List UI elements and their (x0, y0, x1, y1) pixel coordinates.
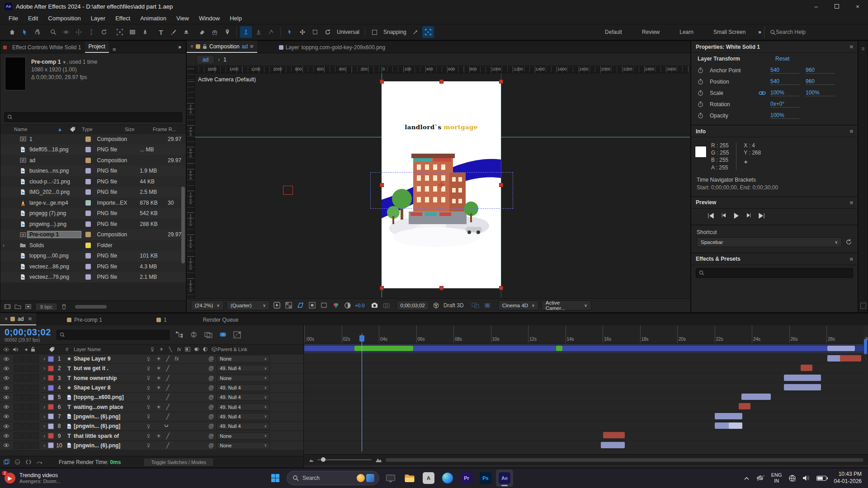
timeline-track-area[interactable]: :00s02s04s06s08s10s12s14s16s18s20s22s24s… (304, 325, 868, 468)
project-item-name[interactable]: vecteez...79.png (28, 274, 81, 280)
expand-icon[interactable]: › (41, 413, 48, 420)
puppet-pin-tool[interactable] (222, 26, 233, 38)
project-column-headers[interactable]: Name ▲ Type Size Frame R... (0, 125, 186, 134)
eye-icon[interactable] (0, 434, 13, 438)
show-snapshot-icon[interactable] (382, 302, 391, 308)
playhead-line[interactable] (362, 333, 362, 451)
taskbar-task-view[interactable] (382, 469, 399, 487)
layer-name[interactable]: [pngwin... (6).png] (74, 413, 146, 420)
project-item-name[interactable]: 9deff05...18.png (28, 146, 81, 153)
timeline-tab-pre-comp-1[interactable]: Pre-comp 1 (62, 314, 107, 325)
preview-first-frame-button[interactable] (708, 212, 714, 219)
layer-row[interactable]: ›9Tthat little spark of☀╱@None∨ (0, 431, 303, 441)
taskbar-photoshop[interactable]: Ps (477, 469, 494, 487)
reset-shortcut-icon[interactable] (845, 239, 852, 245)
shy-icon[interactable] (14, 459, 21, 465)
track-row[interactable] (304, 363, 863, 373)
offscreen-layer-box[interactable] (283, 186, 293, 195)
current-time-display[interactable]: 0;00;03;02 (5, 327, 51, 338)
label-color[interactable] (48, 433, 54, 439)
local-axis-tool[interactable] (240, 26, 252, 38)
pickwhip-icon[interactable]: @ (208, 365, 214, 371)
eye-icon[interactable] (0, 366, 13, 371)
layer-row[interactable]: ›6Twaiting...own place☀╱@49. Null 4∨ (0, 402, 303, 412)
sort-ascending-icon[interactable]: ▲ (57, 127, 62, 132)
track-row[interactable] (304, 402, 863, 411)
project-item-name[interactable]: vecteez...86.png (28, 263, 81, 270)
rectangle-tool[interactable] (127, 26, 138, 38)
layer-name[interactable]: Shape Layer 9 (74, 356, 146, 362)
menu-help[interactable]: Help (225, 13, 247, 24)
parent-dropdown[interactable]: 49. Null 4∨ (217, 413, 270, 420)
timeline-vscrollbar[interactable] (864, 339, 867, 354)
parent-dropdown[interactable]: None∨ (217, 442, 270, 449)
expand-icon[interactable]: › (41, 394, 48, 400)
scale-box-tool[interactable] (309, 26, 321, 38)
parent-dropdown[interactable]: None∨ (217, 432, 270, 440)
layer-row[interactable]: ›7[pngwin... (6).png]╱@49. Null 4∨ (0, 412, 303, 422)
menu-composition[interactable]: Composition (43, 13, 85, 24)
timeline-tab-ad[interactable]: ×ad≡ (0, 313, 36, 325)
project-row[interactable]: adComposition29.97 (0, 155, 186, 166)
preview-last-frame-button[interactable] (758, 212, 765, 219)
renderer-engine-dropdown[interactable]: Cinema 4D∨ (498, 300, 539, 310)
property-value[interactable]: 100% (770, 112, 799, 119)
parent-dropdown[interactable]: 49. Null 4∨ (217, 422, 270, 430)
rotate-tool[interactable] (98, 26, 110, 38)
switch-column-icon[interactable] (194, 347, 200, 352)
pickwhip-icon[interactable]: @ (208, 413, 214, 420)
eye-icon[interactable] (0, 443, 13, 447)
switch-column-icon[interactable] (150, 347, 156, 352)
expand-icon[interactable]: › (41, 365, 48, 371)
eye-icon[interactable] (0, 424, 13, 428)
property-value[interactable]: 100% (806, 89, 835, 96)
project-row[interactable]: IMG_202...0.pngPNG file2.5 MB (0, 187, 186, 198)
property-value[interactable]: 960 (806, 67, 835, 74)
property-value[interactable]: 540 (770, 78, 799, 85)
pickwhip-icon[interactable]: @ (208, 394, 214, 400)
work-area-band[interactable] (304, 344, 863, 353)
label-color[interactable] (48, 404, 54, 410)
project-row[interactable]: pngwing...).pngPNG file288 KB (0, 219, 186, 230)
track-row[interactable] (304, 431, 863, 440)
parent-dropdown[interactable]: None∨ (217, 355, 270, 362)
layer-row[interactable]: ›2Tbut we get it .☀╱@49. Null 4∨ (0, 364, 303, 373)
hand-tool[interactable] (32, 26, 43, 38)
clone-stamp-tool[interactable] (180, 26, 192, 38)
mask-visibility-icon[interactable] (296, 302, 305, 309)
volume-icon[interactable] (802, 475, 810, 481)
project-row[interactable]: ›SolidsFolder (0, 240, 186, 251)
orbit-camera-tool[interactable] (60, 26, 72, 38)
parent-dropdown[interactable]: None∨ (217, 375, 270, 382)
timeline-zoom-slider[interactable] (317, 459, 372, 460)
tab-composition[interactable]: × Composition ad ≡ (187, 41, 257, 53)
selection-handle[interactable] (439, 286, 443, 290)
layer-row[interactable]: ›3Thome ownership☀╱@None∨ (0, 374, 303, 383)
project-row[interactable]: Pre-comp 1Composition29.97 (0, 230, 186, 240)
shortcut-dropdown[interactable]: Spacebar∨ (697, 237, 842, 247)
stopwatch-icon[interactable] (698, 79, 703, 84)
selection-handle[interactable] (439, 80, 443, 84)
transparency-grid-icon[interactable] (284, 302, 293, 309)
pickwhip-icon[interactable]: @ (208, 404, 214, 410)
renderer-label[interactable]: Draft 3D (443, 302, 464, 309)
timeline-search-input[interactable] (57, 330, 170, 340)
channel-icon[interactable] (331, 302, 340, 309)
timeline-tab-render-queue[interactable]: Render Queue (198, 314, 243, 325)
workspace-learn[interactable]: Learn (670, 29, 703, 35)
label-color[interactable] (85, 253, 91, 258)
stopwatch-icon[interactable] (698, 101, 703, 107)
layer-duration-bar[interactable] (784, 375, 821, 381)
zoom-in-mountain-icon[interactable] (375, 457, 382, 463)
layer-duration-bar[interactable] (801, 365, 812, 371)
minimize-button[interactable]: – (806, 0, 826, 13)
project-item-name[interactable]: large-v...ge.mp4 (28, 200, 81, 206)
project-item-name[interactable]: Pre-comp 1 (28, 231, 81, 238)
language-indicator[interactable]: ENGIN (771, 472, 782, 483)
breadcrumb-layer[interactable]: 1 (223, 56, 226, 63)
composition-flowchart-icon[interactable] (175, 331, 184, 338)
preview-next-frame-button[interactable] (746, 212, 752, 219)
start-button[interactable] (267, 469, 284, 487)
trash-icon[interactable] (61, 304, 67, 310)
label-color[interactable] (85, 264, 91, 269)
